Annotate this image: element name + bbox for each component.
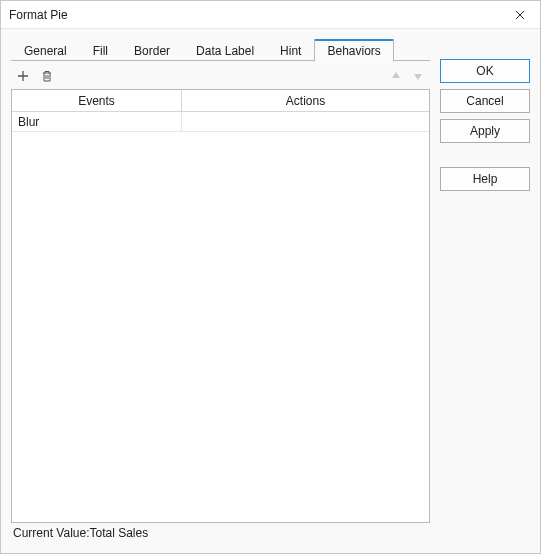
window-title: Format Pie	[9, 8, 68, 22]
toolbar	[11, 61, 430, 89]
status-value: Total Sales	[89, 526, 148, 540]
close-icon	[515, 10, 525, 20]
status-bar: Current Value:Total Sales	[11, 523, 430, 543]
arrow-up-icon	[389, 69, 403, 83]
tab-behaviors[interactable]: Behaviors	[314, 39, 393, 62]
table-header: Events Actions	[12, 90, 429, 112]
tabstrip: General Fill Border Data Label Hint Beha…	[11, 37, 430, 61]
titlebar: Format Pie	[1, 1, 540, 29]
tab-data-label[interactable]: Data Label	[183, 39, 267, 61]
delete-button[interactable]	[37, 66, 57, 86]
left-panel: General Fill Border Data Label Hint Beha…	[11, 37, 430, 543]
tab-border[interactable]: Border	[121, 39, 183, 61]
cancel-button[interactable]: Cancel	[440, 89, 530, 113]
dialog-window: Format Pie General Fill Border Data Labe…	[0, 0, 541, 554]
add-button[interactable]	[13, 66, 33, 86]
column-header-events[interactable]: Events	[12, 90, 182, 111]
behaviors-table: Events Actions Blur	[11, 89, 430, 523]
help-button[interactable]: Help	[440, 167, 530, 191]
apply-button[interactable]: Apply	[440, 119, 530, 143]
trash-icon	[40, 69, 54, 83]
table-row[interactable]: Blur	[12, 112, 429, 132]
column-header-actions[interactable]: Actions	[182, 90, 429, 111]
status-label: Current Value:	[13, 526, 89, 540]
tab-general[interactable]: General	[11, 39, 80, 61]
tab-fill[interactable]: Fill	[80, 39, 121, 61]
button-panel: OK Cancel Apply Help	[440, 37, 530, 543]
tab-hint[interactable]: Hint	[267, 39, 314, 61]
close-button[interactable]	[500, 1, 540, 29]
plus-icon	[16, 69, 30, 83]
table-body: Blur	[12, 112, 429, 522]
move-up-button[interactable]	[386, 66, 406, 86]
cell-event: Blur	[12, 112, 182, 131]
cell-action	[182, 112, 429, 131]
move-down-button[interactable]	[408, 66, 428, 86]
arrow-down-icon	[411, 69, 425, 83]
dialog-content: General Fill Border Data Label Hint Beha…	[1, 29, 540, 553]
ok-button[interactable]: OK	[440, 59, 530, 83]
